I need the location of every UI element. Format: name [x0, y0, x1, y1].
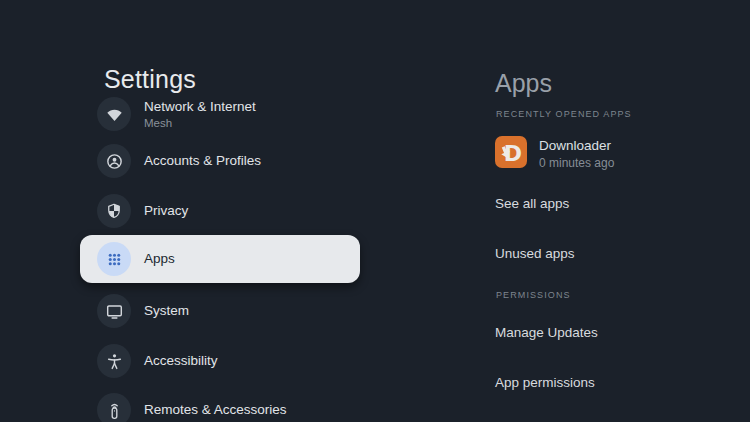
sidebar-item-label: Accessibility [144, 353, 218, 369]
sidebar-item-label: Privacy [144, 203, 188, 219]
sidebar-item-sublabel: Mesh [144, 116, 256, 130]
unused-apps-link[interactable]: Unused apps [495, 246, 575, 262]
sidebar-item-label: Remotes & Accessories [144, 402, 287, 418]
sidebar-item-apps[interactable]: Apps [80, 235, 360, 283]
remote-control-icon [97, 393, 131, 422]
detail-panel-title: Apps [495, 70, 552, 97]
downloader-app-icon: D [495, 136, 527, 168]
see-all-apps-link[interactable]: See all apps [495, 196, 569, 212]
sidebar-item-accessibility[interactable]: Accessibility [80, 338, 360, 384]
sidebar-item-network-internet[interactable]: Network & Internet Mesh [80, 91, 360, 137]
recent-app-last-opened: 0 minutes ago [539, 156, 614, 171]
sidebar-item-label: System [144, 303, 189, 319]
manage-updates-link[interactable]: Manage Updates [495, 325, 598, 341]
sidebar-item-accounts-profiles[interactable]: Accounts & Profiles [80, 138, 360, 184]
recent-app-name: Downloader [539, 137, 614, 154]
page-title: Settings [104, 66, 196, 93]
app-permissions-link[interactable]: App permissions [495, 375, 595, 391]
wifi-icon [97, 97, 131, 131]
account-circle-icon [97, 144, 131, 178]
sidebar-item-system[interactable]: System [80, 288, 360, 334]
sidebar-item-remotes-accessories[interactable]: Remotes & Accessories [80, 387, 360, 422]
shield-icon [97, 194, 131, 228]
settings-screen: Settings Network & Internet Mesh Account… [0, 0, 750, 422]
permissions-label: PERMISSIONS [496, 290, 571, 300]
apps-grid-icon [97, 242, 131, 276]
recently-opened-apps-label: RECENTLY OPENED APPS [496, 109, 632, 119]
sidebar-item-label: Apps [144, 251, 175, 267]
recent-app-downloader[interactable]: D Downloader 0 minutes ago [495, 136, 614, 171]
sidebar-item-label: Network & Internet [144, 99, 256, 115]
sidebar-item-privacy[interactable]: Privacy [80, 188, 360, 234]
accessibility-person-icon [97, 344, 131, 378]
display-icon [97, 294, 131, 328]
sidebar-item-label: Accounts & Profiles [144, 153, 261, 169]
